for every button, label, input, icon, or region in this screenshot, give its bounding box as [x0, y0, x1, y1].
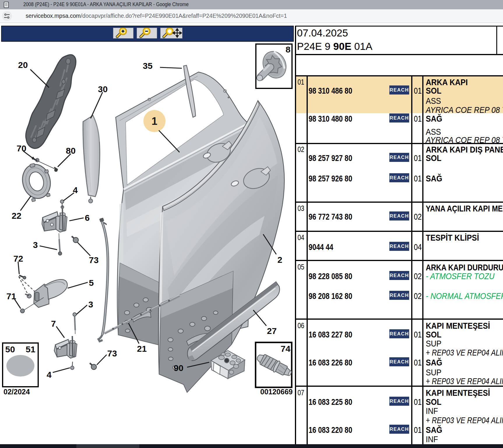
- svg-text:02/2024: 02/2024: [3, 388, 30, 396]
- svg-text:20: 20: [18, 60, 28, 70]
- svg-text:71: 71: [6, 291, 16, 301]
- svg-text:4: 4: [73, 185, 78, 195]
- svg-text:90: 90: [174, 363, 183, 373]
- svg-text:51: 51: [26, 344, 35, 354]
- svg-text:6: 6: [85, 213, 90, 223]
- svg-text:8: 8: [286, 45, 291, 54]
- svg-text:1: 1: [152, 115, 157, 127]
- svg-text:35: 35: [143, 61, 152, 71]
- svg-text:22: 22: [12, 211, 21, 220]
- svg-text:80: 80: [66, 146, 75, 155]
- svg-text:3: 3: [33, 240, 38, 250]
- svg-text:73: 73: [107, 349, 117, 358]
- svg-text:50: 50: [5, 344, 15, 354]
- svg-text:3: 3: [88, 300, 93, 309]
- svg-text:74: 74: [281, 344, 291, 354]
- svg-text:27: 27: [267, 326, 277, 336]
- svg-text:21: 21: [137, 344, 147, 354]
- svg-text:5: 5: [89, 278, 94, 288]
- svg-text:2: 2: [277, 255, 282, 265]
- svg-text:00120669: 00120669: [260, 388, 293, 396]
- svg-text:70: 70: [17, 144, 26, 153]
- svg-text:7: 7: [51, 319, 56, 328]
- svg-text:73: 73: [89, 255, 99, 265]
- svg-text:30: 30: [98, 84, 108, 94]
- svg-text:72: 72: [13, 254, 23, 263]
- svg-text:4: 4: [47, 370, 52, 379]
